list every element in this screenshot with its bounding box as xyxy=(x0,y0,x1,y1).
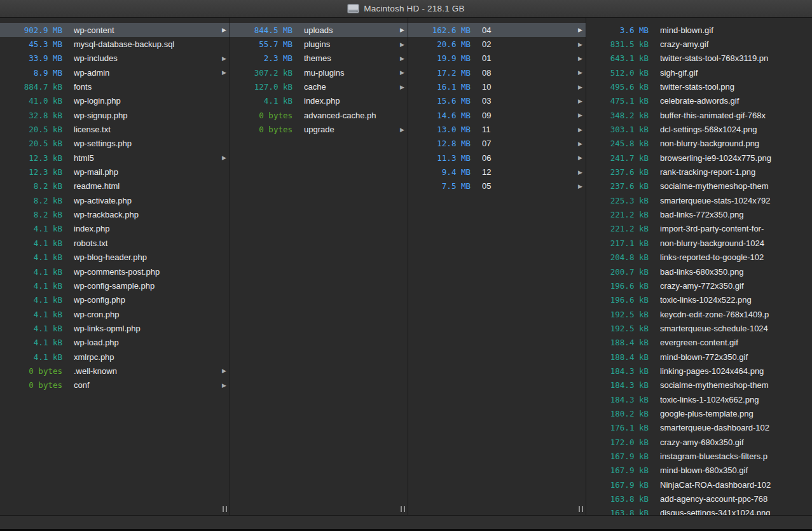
list-item[interactable]: 4.1 kBwp-config-sample.php xyxy=(0,279,230,293)
file-column-3[interactable]: 162.6 MB04▶20.6 MB02▶19.9 MB01▶17.2 MB08… xyxy=(408,18,586,515)
list-item[interactable]: 192.5 kBsmarterqueue-schedule-1024 xyxy=(586,321,812,335)
list-item[interactable]: 902.9 MBwp-content▶ xyxy=(0,23,230,37)
disclosure-triangle-icon[interactable]: ▶ xyxy=(219,69,226,76)
list-item[interactable]: 495.6 kBtwitter-stats-tool.png xyxy=(586,79,812,93)
list-item[interactable]: 884.7 kBfonts xyxy=(0,79,230,93)
list-item[interactable]: 4.1 kBwp-load.php xyxy=(0,336,230,350)
disclosure-triangle-icon[interactable]: ▶ xyxy=(397,69,404,76)
file-column-2[interactable]: 844.5 MBuploads▶55.7 MBplugins▶2.3 MBthe… xyxy=(230,18,408,515)
list-item[interactable]: 167.9 kBmind-blown-680x350.gif xyxy=(586,464,812,478)
disclosure-triangle-icon[interactable]: ▶ xyxy=(397,126,404,132)
list-item[interactable]: 167.9 kBNinjaCat-ROA-dashboard-102 xyxy=(586,478,812,492)
disclosure-triangle-icon[interactable]: ▶ xyxy=(397,41,404,47)
disclosure-triangle-icon[interactable]: ▶ xyxy=(575,126,582,132)
list-item[interactable]: 221.2 kBimport-3rd-party-content-for- xyxy=(586,222,812,236)
disclosure-triangle-icon[interactable]: ▶ xyxy=(575,140,582,146)
list-item[interactable]: 831.5 kBcrazy-amy.gif xyxy=(586,37,812,51)
list-item[interactable]: 2.3 MBthemes▶ xyxy=(230,52,408,66)
list-item[interactable]: 188.4 kBmind-blown-772x350.gif xyxy=(586,350,812,364)
list-item[interactable]: 0 bytes.well-known▶ xyxy=(0,364,230,378)
disclosure-triangle-icon[interactable]: ▶ xyxy=(575,27,582,33)
list-item[interactable]: 0 bytesupgrade▶ xyxy=(230,122,408,136)
disclosure-triangle-icon[interactable]: ▶ xyxy=(575,97,582,104)
list-item[interactable]: 643.1 kBtwitter-stats-tool-768x3119.pn xyxy=(586,52,812,66)
list-item[interactable]: 20.5 kBwp-settings.php xyxy=(0,137,230,151)
list-item[interactable]: 13.0 MB11▶ xyxy=(408,122,586,136)
column-resize-grip[interactable] xyxy=(401,506,405,512)
list-item[interactable]: 192.5 kBkeycdn-edit-zone-768x1409.p xyxy=(586,307,812,321)
list-item[interactable]: 12.3 kBwp-mail.php xyxy=(0,165,230,179)
list-item[interactable]: 176.1 kBsmarterqueue-dashboard-102 xyxy=(586,421,812,435)
list-item[interactable]: 3.6 MBmind-blown.gif xyxy=(586,23,812,37)
list-item[interactable]: 127.0 kBcache▶ xyxy=(230,79,408,93)
list-item[interactable]: 45.3 MBmysql-database-backup.sql xyxy=(0,37,230,51)
list-item[interactable]: 475.1 kBcelebrate-adwords.gif xyxy=(586,94,812,108)
list-item[interactable]: 180.2 kBgoogle-plus-template.png xyxy=(586,406,812,420)
list-item[interactable]: 172.0 kBcrazy-amy-680x350.gif xyxy=(586,435,812,449)
disclosure-triangle-icon[interactable]: ▶ xyxy=(397,27,404,33)
list-item[interactable]: 17.2 MB08▶ xyxy=(408,66,586,79)
disclosure-triangle-icon[interactable]: ▶ xyxy=(575,69,582,76)
list-item[interactable]: 196.6 kBtoxic-links-1024x522.png xyxy=(586,293,812,307)
list-item[interactable]: 32.8 kBwp-signup.php xyxy=(0,108,230,122)
list-item[interactable]: 512.0 kBsigh-gif.gif xyxy=(586,66,812,79)
list-item[interactable]: 11.3 MB06▶ xyxy=(408,151,586,165)
list-item[interactable]: 184.3 kBtoxic-links-1-1024x662.png xyxy=(586,392,812,406)
horizontal-scrollbar[interactable] xyxy=(0,515,812,531)
list-item[interactable]: 0 bytesadvanced-cache.ph xyxy=(230,108,408,122)
list-item[interactable]: 241.7 kBbrowserling-ie9-1024x775.png xyxy=(586,151,812,165)
disclosure-triangle-icon[interactable]: ▶ xyxy=(397,55,404,61)
file-column-1[interactable]: 902.9 MBwp-content▶45.3 MBmysql-database… xyxy=(0,18,230,515)
list-item[interactable]: 217.1 kBnon-blurry-background-1024 xyxy=(586,236,812,250)
list-item[interactable]: 303.1 kBdcl-settings-568x1024.png xyxy=(586,122,812,136)
list-item[interactable]: 14.6 MB09▶ xyxy=(408,108,586,122)
list-item[interactable]: 33.9 MBwp-includes▶ xyxy=(0,52,230,66)
disclosure-triangle-icon[interactable]: ▶ xyxy=(219,55,226,61)
list-item[interactable]: 221.2 kBbad-links-772x350.png xyxy=(586,207,812,221)
list-item[interactable]: 15.6 MB03▶ xyxy=(408,94,586,108)
list-item[interactable]: 245.8 kBnon-blurry-background.png xyxy=(586,137,812,151)
list-item[interactable]: 184.3 kBsocialme-mythemeshop-them xyxy=(586,378,812,392)
disclosure-triangle-icon[interactable]: ▶ xyxy=(575,112,582,118)
list-item[interactable]: 163.8 kBdisqus-settings-341x1024.png xyxy=(586,506,812,515)
list-item[interactable]: 4.1 kBrobots.txt xyxy=(0,236,230,250)
list-item[interactable]: 4.1 kBindex.php xyxy=(0,222,230,236)
list-item[interactable]: 8.2 kBwp-trackback.php xyxy=(0,207,230,221)
list-item[interactable]: 348.2 kBbuffer-this-animated-gif-768x xyxy=(586,108,812,122)
list-item[interactable]: 41.0 kBwp-login.php xyxy=(0,94,230,108)
list-item[interactable]: 307.2 kBmu-plugins▶ xyxy=(230,66,408,79)
list-item[interactable]: 12.3 kBhtml5▶ xyxy=(0,151,230,165)
window-titlebar[interactable]: Macintosh HD - 218.1 GB xyxy=(0,0,812,18)
list-item[interactable]: 55.7 MBplugins▶ xyxy=(230,37,408,51)
list-item[interactable]: 163.8 kBadd-agency-account-ppc-768 xyxy=(586,492,812,506)
disclosure-triangle-icon[interactable]: ▶ xyxy=(219,368,226,374)
list-item[interactable]: 8.9 MBwp-admin▶ xyxy=(0,66,230,79)
list-item[interactable]: 4.1 kBwp-cron.php xyxy=(0,307,230,321)
list-item[interactable]: 4.1 kBindex.php xyxy=(230,94,408,108)
list-item[interactable]: 20.6 MB02▶ xyxy=(408,37,586,51)
disclosure-triangle-icon[interactable]: ▶ xyxy=(575,155,582,161)
list-item[interactable]: 225.3 kBsmarterqueue-stats-1024x792 xyxy=(586,193,812,207)
list-item[interactable]: 12.8 MB07▶ xyxy=(408,137,586,151)
list-item[interactable]: 200.7 kBbad-links-680x350.png xyxy=(586,265,812,279)
list-item[interactable]: 188.4 kBevergreen-content.gif xyxy=(586,336,812,350)
list-item[interactable]: 8.2 kBreadme.html xyxy=(0,179,230,193)
list-item[interactable]: 204.8 kBlinks-reported-to-google-102 xyxy=(586,251,812,265)
list-item[interactable]: 19.9 MB01▶ xyxy=(408,52,586,66)
list-item[interactable]: 4.1 kBwp-blog-header.php xyxy=(0,251,230,265)
list-item[interactable]: 844.5 MBuploads▶ xyxy=(230,23,408,37)
list-item[interactable]: 4.1 kBxmlrpc.php xyxy=(0,350,230,364)
list-item[interactable]: 196.6 kBcrazy-amy-772x350.gif xyxy=(586,279,812,293)
list-item[interactable]: 237.6 kBrank-tracking-report-1.png xyxy=(586,165,812,179)
list-item[interactable]: 20.5 kBlicense.txt xyxy=(0,122,230,136)
column-resize-grip[interactable] xyxy=(223,506,227,512)
list-item[interactable]: 7.5 MB05▶ xyxy=(408,179,586,193)
list-item[interactable]: 162.6 MB04▶ xyxy=(408,23,586,37)
disclosure-triangle-icon[interactable]: ▶ xyxy=(397,83,404,90)
list-item[interactable]: 16.1 MB10▶ xyxy=(408,79,586,93)
list-item[interactable]: 237.6 kBsocialme-mythemeshop-them xyxy=(586,179,812,193)
list-item[interactable]: 4.1 kBwp-comments-post.php xyxy=(0,265,230,279)
disclosure-triangle-icon[interactable]: ▶ xyxy=(219,27,226,33)
list-item[interactable]: 8.2 kBwp-activate.php xyxy=(0,193,230,207)
list-item[interactable]: 4.1 kBwp-links-opml.php xyxy=(0,321,230,335)
